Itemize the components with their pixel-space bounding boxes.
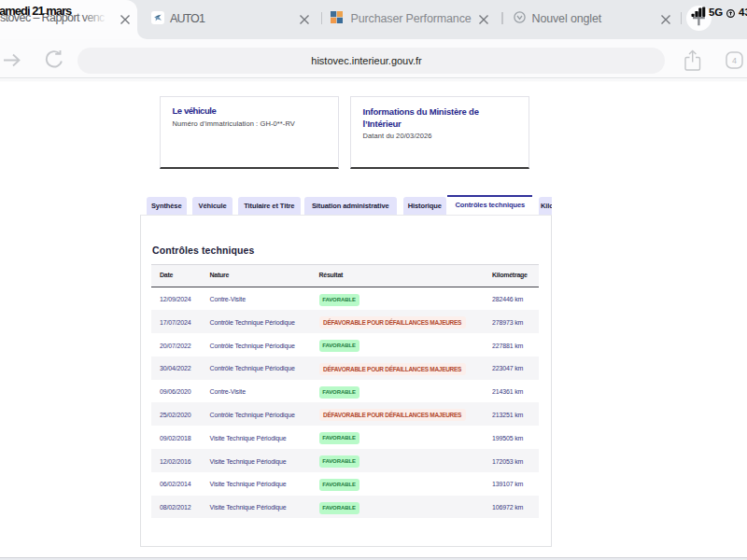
svg-text:4: 4 — [731, 56, 736, 65]
